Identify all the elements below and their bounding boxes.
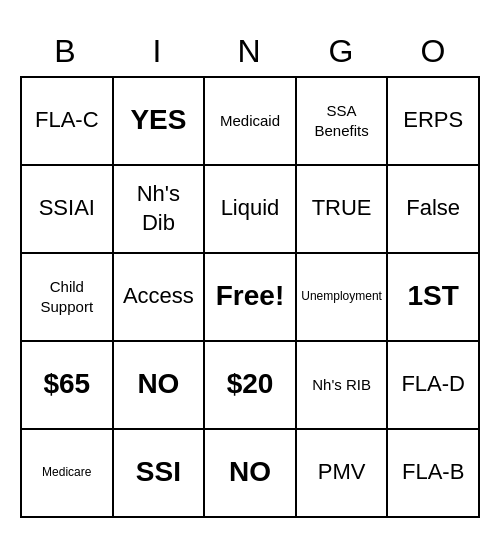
cell-r4-c3: PMV: [297, 430, 389, 518]
cell-r0-c1: YES: [114, 78, 206, 166]
cell-r1-c2: Liquid: [205, 166, 297, 254]
cell-r4-c1: SSI: [114, 430, 206, 518]
cell-r0-c4: ERPS: [388, 78, 480, 166]
bingo-card: BINGO FLA-CYESMedicaidSSA BenefitsERPSSS…: [20, 27, 480, 518]
cell-r4-c4: FLA-B: [388, 430, 480, 518]
cell-r3-c0: $65: [22, 342, 114, 430]
header-letter-G: G: [296, 27, 388, 76]
cell-r2-c2: Free!: [205, 254, 297, 342]
cell-r2-c3: Unemployment: [297, 254, 389, 342]
header-letter-B: B: [20, 27, 112, 76]
cell-r2-c1: Access: [114, 254, 206, 342]
cell-r1-c0: SSIAI: [22, 166, 114, 254]
header-letter-I: I: [112, 27, 204, 76]
cell-r4-c0: Medicare: [22, 430, 114, 518]
cell-r3-c4: FLA-D: [388, 342, 480, 430]
header-letter-O: O: [388, 27, 480, 76]
cell-r3-c1: NO: [114, 342, 206, 430]
cell-r0-c0: FLA-C: [22, 78, 114, 166]
cell-r1-c3: TRUE: [297, 166, 389, 254]
bingo-grid: FLA-CYESMedicaidSSA BenefitsERPSSSIAINh'…: [20, 76, 480, 518]
cell-r4-c2: NO: [205, 430, 297, 518]
cell-r3-c2: $20: [205, 342, 297, 430]
cell-r2-c4: 1ST: [388, 254, 480, 342]
cell-r1-c4: False: [388, 166, 480, 254]
cell-r2-c0: Child Support: [22, 254, 114, 342]
cell-r0-c2: Medicaid: [205, 78, 297, 166]
bingo-header: BINGO: [20, 27, 480, 76]
cell-r1-c1: Nh's Dib: [114, 166, 206, 254]
cell-r3-c3: Nh's RIB: [297, 342, 389, 430]
header-letter-N: N: [204, 27, 296, 76]
cell-r0-c3: SSA Benefits: [297, 78, 389, 166]
